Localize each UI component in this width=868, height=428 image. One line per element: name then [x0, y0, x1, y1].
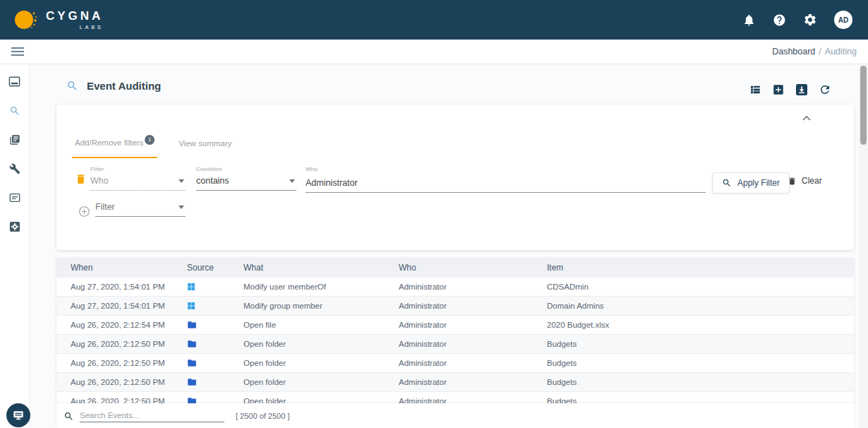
export-button[interactable] [795, 83, 808, 96]
col-item[interactable]: Item [547, 258, 563, 278]
sidebar-item-reports[interactable] [8, 133, 22, 147]
cell-what: Open folder [243, 335, 286, 354]
add-box-icon [772, 83, 785, 96]
who-field-label: Who [306, 166, 706, 172]
brand-name: CYGNA [46, 10, 103, 22]
condition-value: contains [196, 176, 229, 186]
notifications-button[interactable] [742, 13, 756, 27]
help-icon [773, 13, 786, 27]
new-filter-select[interactable]: Filter [95, 202, 186, 217]
filter-field-label: Filter [90, 166, 186, 172]
trash-icon-dark [788, 177, 797, 186]
table-body: Aug 27, 2020, 1:54:01 PMModify user memb… [56, 278, 854, 403]
view-columns-button[interactable] [749, 83, 761, 96]
table-row[interactable]: Aug 26, 2020, 2:12:50 PMOpen folderAdmin… [56, 392, 854, 403]
table-row[interactable]: Aug 26, 2020, 2:12:50 PMOpen folderAdmin… [56, 354, 854, 373]
table-row[interactable]: Aug 26, 2020, 2:12:54 PMOpen fileAdminis… [56, 316, 854, 335]
events-table: When Source What Who Item Aug 27, 2020, … [56, 258, 854, 403]
cell-item: 2020 Budget.xlsx [547, 316, 609, 335]
user-avatar[interactable]: AD [834, 11, 852, 29]
condition-select[interactable]: Condition contains [196, 166, 296, 191]
cell-what: Open folder [243, 354, 286, 373]
apply-filter-label: Apply Filter [737, 178, 780, 188]
caret-down-icon [289, 179, 295, 183]
tab-view-summary[interactable]: View summary [176, 138, 234, 158]
clear-filter-button[interactable]: Clear [788, 176, 822, 186]
settings-button[interactable] [803, 13, 817, 27]
search-events-input[interactable] [80, 410, 224, 422]
filter-field-select[interactable]: Filter Who [90, 166, 186, 191]
who-value-input[interactable] [306, 178, 706, 193]
cell-source [187, 321, 197, 329]
cell-source [187, 340, 197, 348]
cell-what: Modify group member [243, 297, 323, 316]
cygna-logo-icon [13, 6, 40, 34]
table-row[interactable]: Aug 27, 2020, 1:54:01 PMModify user memb… [56, 278, 854, 297]
windows-icon [187, 283, 195, 291]
col-when[interactable]: When [71, 258, 92, 278]
page-header: Event Auditing [66, 80, 161, 92]
cell-item: Budgets [547, 354, 577, 373]
col-what[interactable]: What [243, 258, 263, 278]
sidebar [0, 64, 30, 428]
cygna-logo[interactable]: CYGNA LABS [13, 6, 103, 34]
refresh-button[interactable] [819, 83, 831, 96]
tab-label: View summary [179, 139, 231, 148]
settings-icon [803, 13, 817, 27]
folder-icon [187, 321, 197, 329]
navbar: CYGNA LABS AD [0, 0, 868, 40]
breadcrumb-dashboard[interactable]: Dashboard [772, 47, 815, 57]
cell-source [187, 378, 197, 386]
folder-icon [187, 359, 197, 367]
sidebar-item-devices[interactable] [7, 74, 22, 89]
table-row[interactable]: Aug 26, 2020, 2:12:50 PMOpen folderAdmin… [56, 373, 854, 392]
documents-icon [9, 134, 20, 145]
table-row[interactable]: Aug 26, 2020, 2:12:50 PMOpen folderAdmin… [56, 335, 854, 354]
cell-when: Aug 26, 2020, 2:12:50 PM [71, 354, 165, 373]
add-filter-set-button[interactable] [772, 83, 785, 96]
add-filter-button[interactable] [78, 206, 90, 218]
sidebar-item-settings[interactable] [8, 220, 22, 234]
cell-item: Budgets [547, 335, 577, 354]
menu-toggle-button[interactable] [11, 47, 24, 57]
tab-label: Add/Remove filters [75, 138, 143, 147]
who-value-field: Who [306, 166, 706, 193]
search-icon-footer [64, 411, 74, 422]
breadcrumb-auditing: Auditing [825, 47, 857, 57]
folder-icon [187, 340, 197, 348]
cell-who: Administrator [399, 278, 447, 297]
cell-when: Aug 26, 2020, 2:12:50 PM [71, 335, 165, 354]
filter-field-value: Who [90, 176, 109, 186]
folder-icon [187, 378, 197, 386]
sidebar-item-console[interactable] [8, 191, 22, 205]
scrollbar-thumb[interactable] [860, 66, 867, 145]
cell-source [187, 397, 197, 403]
sidebar-item-search[interactable] [8, 104, 22, 118]
cell-who: Administrator [399, 316, 447, 335]
filter-panel: Add/Remove filters1 View summary Filter … [56, 105, 854, 250]
tab-add-remove-filters[interactable]: Add/Remove filters1 [72, 138, 157, 158]
cell-when: Aug 26, 2020, 2:12:50 PM [71, 392, 165, 403]
avatar-initials: AD [834, 11, 852, 29]
devices-icon [8, 76, 20, 88]
remove-filter-button[interactable] [75, 173, 87, 185]
cell-when: Aug 27, 2020, 1:54:01 PM [71, 297, 165, 316]
cell-who: Administrator [399, 373, 447, 392]
cell-source [187, 302, 195, 310]
export-icon [795, 83, 808, 96]
settings-box-icon [9, 221, 20, 232]
cell-when: Aug 26, 2020, 2:12:50 PM [71, 373, 165, 392]
table-row[interactable]: Aug 27, 2020, 1:54:01 PMModify group mem… [56, 297, 854, 316]
col-source[interactable]: Source [187, 258, 214, 278]
sidebar-item-tools[interactable] [8, 162, 22, 176]
help-button[interactable] [773, 13, 786, 27]
breadcrumb-bar: Dashboard/Auditing [0, 40, 868, 64]
cell-when: Aug 27, 2020, 1:54:01 PM [71, 278, 165, 297]
col-who[interactable]: Who [399, 258, 416, 278]
navbar-actions: AD [742, 11, 855, 29]
collapse-panel-button[interactable] [800, 113, 813, 123]
apply-filter-button[interactable]: Apply Filter [712, 172, 790, 194]
filter-count-badge: 1 [145, 135, 155, 145]
cell-source [187, 359, 197, 367]
live-console-fab[interactable] [6, 403, 30, 427]
